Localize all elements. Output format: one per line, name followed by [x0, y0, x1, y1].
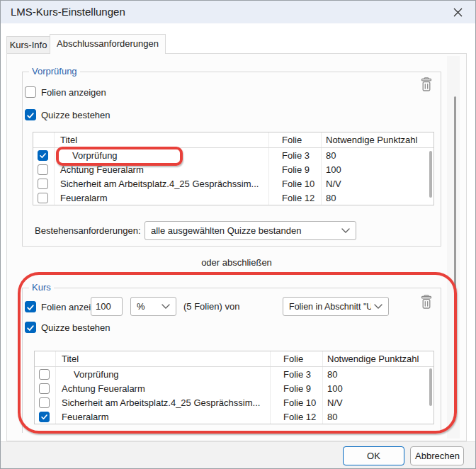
percent-input[interactable]: [91, 297, 123, 316]
header-checkbox-col: [35, 351, 56, 366]
chevron-down-icon: [374, 304, 382, 309]
header-scroll-col: [428, 132, 434, 147]
or-complete-text: oder abschließen: [6, 257, 467, 268]
check-icon: [40, 413, 48, 421]
quiz-folie: Folie 10: [271, 395, 323, 409]
quiz-folie: Folie 9: [269, 162, 322, 176]
group-vorpruefung-title: Vorprüfung: [29, 66, 80, 77]
quiz-punkte: N/V: [323, 395, 429, 409]
dialog-footer: OK Abbrechen: [1, 441, 476, 469]
pass-requirement-label: Bestehensanforderungen:: [35, 221, 141, 240]
quiz-folie: Folie 3: [269, 148, 322, 162]
pass-requirement-dropdown[interactable]: alle ausgewählten Quizze bestanden: [144, 221, 356, 240]
header-punktzahl: Notwendige Punktzahl: [322, 132, 428, 147]
quiz-folie: Folie 9: [271, 381, 323, 395]
close-button[interactable]: [446, 4, 470, 21]
quiz-title: Achtung Feueralarm: [55, 162, 269, 176]
quiz-title: Sicherheit am Arbeitsplatz.4_25 Gespräch…: [56, 395, 271, 409]
quiz-punkte: 80: [322, 191, 428, 205]
close-icon: [453, 8, 463, 17]
dropdown-value: Folien in Abschnitt "Untersch: [289, 302, 371, 312]
row-checkbox[interactable]: [39, 397, 50, 408]
quiz-punkte: 100: [322, 162, 428, 176]
table-row[interactable]: Sicherheit am Arbeitsplatz.4_25 Gespräch…: [33, 176, 434, 191]
quiz-folie: Folie 3: [271, 367, 323, 381]
table-row[interactable]: Sicherheit am Arbeitsplatz.4_25 Gespräch…: [35, 395, 434, 409]
kurs-quiz-table: Titel Folie Notwendige Punktzahl Vorprüf…: [34, 351, 434, 424]
header-titel: Titel: [55, 132, 269, 147]
table-row[interactable]: Feueralarm Folie 12 80: [33, 191, 434, 205]
quiz-punkte: N/V: [322, 176, 428, 191]
scrollbar-thumb[interactable]: [454, 96, 456, 334]
ok-button[interactable]: OK: [343, 446, 404, 465]
table-row[interactable]: Vorprüfung Folie 3 80: [33, 148, 434, 162]
header-scroll-col: [429, 351, 434, 366]
quiz-folie: Folie 12: [269, 191, 322, 205]
row-checkbox[interactable]: [38, 193, 48, 203]
quiz-title: Feueralarm: [55, 191, 269, 205]
header-titel: Titel: [56, 351, 271, 366]
chevron-down-icon: [162, 304, 170, 309]
quiz-punkte: 80: [323, 409, 429, 424]
quiz-punkte: 80: [323, 367, 429, 381]
delete-kurs-button[interactable]: [419, 294, 435, 311]
quiz-title: Vorprüfung: [55, 148, 269, 162]
check-icon: [26, 303, 35, 312]
check-icon: [26, 111, 35, 120]
tab-abschlussanforderungen[interactable]: Abschlussanforderungen: [50, 34, 166, 54]
row-checkbox[interactable]: [39, 412, 50, 422]
table-row[interactable]: Feueralarm Folie 12 80: [35, 409, 434, 424]
quiz-title: Feueralarm: [56, 409, 271, 424]
row-checkbox[interactable]: [39, 369, 50, 380]
check-icon: [26, 324, 35, 332]
vorpruefung-quiz-table: Titel Folie Notwendige Punktzahl Vorprüf…: [33, 132, 434, 205]
check-icon: [39, 152, 47, 159]
row-checkbox[interactable]: [38, 179, 48, 189]
group-kurs-title: Kurs: [29, 282, 54, 293]
kurs-pass-quizzes-checkbox[interactable]: [25, 322, 36, 333]
table-row[interactable]: Achtung Feueralarm Folie 9 100: [35, 381, 434, 395]
header-folie: Folie: [269, 132, 322, 147]
scrollbar-track[interactable]: [447, 56, 460, 439]
quiz-folie: Folie 10: [269, 176, 322, 191]
vorpruefung-pass-quizzes-checkbox[interactable]: [25, 109, 36, 120]
table-row[interactable]: Achtung Feueralarm Folie 9 100: [33, 162, 434, 176]
vorpruefung-pass-quizzes-label: Quizze bestehen: [41, 110, 110, 121]
kurs-show-slides-checkbox[interactable]: [25, 301, 36, 312]
unit-dropdown[interactable]: %: [130, 297, 176, 316]
delete-vorpruefung-button[interactable]: [419, 77, 435, 94]
table-scrollbar-thumb[interactable]: [429, 151, 432, 198]
vorpruefung-show-slides-label: Folien anzeigen: [41, 87, 106, 98]
header-folie: Folie: [271, 351, 323, 366]
lms-course-settings-dialog: LMS-Kurs-Einstellungen Kurs-Info Abschlu…: [0, 0, 476, 469]
tab-kurs-info[interactable]: Kurs-Info: [6, 36, 50, 53]
table-row[interactable]: Vorprüfung Folie 3 80: [35, 367, 434, 381]
header-punktzahl: Notwendige Punktzahl: [323, 351, 429, 366]
titlebar: LMS-Kurs-Einstellungen: [1, 1, 475, 23]
slide-count-label: (5 Folien) von: [183, 297, 239, 316]
quiz-punkte: 80: [322, 148, 428, 162]
row-checkbox[interactable]: [39, 383, 50, 394]
row-checkbox[interactable]: [38, 164, 48, 175]
header-checkbox-col: [33, 132, 55, 147]
table-header-row: Titel Folie Notwendige Punktzahl: [33, 132, 434, 148]
quiz-title: Sicherheit am Arbeitsplatz.4_25 Gespräch…: [55, 176, 269, 191]
quiz-folie: Folie 12: [271, 409, 323, 424]
trash-icon: [419, 77, 434, 92]
quiz-punkte: 100: [323, 381, 429, 395]
vorpruefung-show-slides-checkbox[interactable]: [25, 86, 36, 98]
slide-scope-dropdown[interactable]: Folien in Abschnitt "Untersch: [283, 297, 389, 316]
table-header-row: Titel Folie Notwendige Punktzahl: [35, 351, 434, 367]
dropdown-value: alle ausgewählten Quizze bestanden: [151, 225, 339, 236]
table-scrollbar-thumb[interactable]: [429, 368, 432, 406]
dropdown-value: %: [137, 301, 159, 312]
window-title: LMS-Kurs-Einstellungen: [11, 1, 125, 23]
quiz-title: Achtung Feueralarm: [56, 381, 271, 395]
cancel-button[interactable]: Abbrechen: [410, 446, 464, 465]
trash-icon: [419, 294, 434, 310]
row-checkbox[interactable]: [38, 150, 48, 161]
chevron-down-icon: [341, 228, 350, 233]
kurs-pass-quizzes-label: Quizze bestehen: [41, 322, 110, 334]
quiz-title: Vorprüfung: [56, 367, 271, 381]
